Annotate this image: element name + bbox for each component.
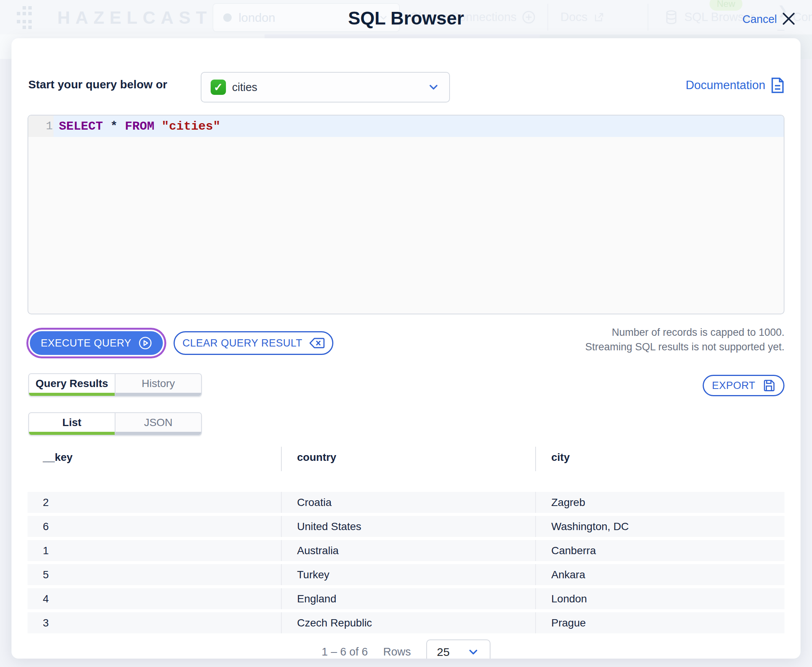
- save-floppy-icon: [762, 379, 775, 392]
- sql-browser-modal: Start your query below or cities Documen…: [12, 38, 800, 659]
- rows-per-page-select[interactable]: 25: [426, 639, 491, 659]
- document-icon: [770, 77, 785, 93]
- tab-history[interactable]: History: [115, 374, 201, 396]
- table-row: 4 England London: [28, 588, 784, 609]
- sql-token-operator: *: [110, 119, 124, 133]
- view-tabgroup: List JSON: [28, 412, 202, 436]
- tab-query-results[interactable]: Query Results: [29, 374, 115, 396]
- chevron-down-icon: [427, 81, 440, 94]
- execute-query-button[interactable]: EXECUTE QUERY: [30, 331, 163, 355]
- chevron-down-icon: [467, 645, 480, 659]
- tab-json[interactable]: JSON: [115, 413, 201, 435]
- column-header-key: __key: [28, 447, 281, 471]
- sql-editor[interactable]: 1 SELECT * FROM "cities": [28, 115, 784, 314]
- documentation-link[interactable]: Documentation: [686, 77, 785, 93]
- export-button[interactable]: EXPORT: [703, 375, 784, 396]
- table-row: 3 Czech Republic Prague: [28, 612, 784, 633]
- results-tabgroup: Query Results History: [28, 373, 202, 397]
- pagination: 1 – 6 of 6 Rows 25: [12, 639, 800, 659]
- sql-token-keyword: SELECT: [59, 119, 110, 133]
- sql-token-keyword: FROM: [125, 119, 162, 133]
- clear-backspace-icon: [309, 337, 325, 349]
- pagination-range: 1 – 6 of 6: [321, 645, 368, 659]
- column-header-country: country: [281, 447, 535, 471]
- query-bar-label: Start your query below or: [28, 78, 167, 91]
- map-select-dropdown[interactable]: cities: [201, 72, 450, 103]
- close-icon[interactable]: [781, 12, 796, 26]
- green-checkbox-icon: [210, 80, 226, 95]
- note-records-cap: Number of records is capped to 1000.: [585, 325, 784, 340]
- sql-query-line: SELECT * FROM "cities": [53, 116, 784, 137]
- table-row: 5 Turkey Ankara: [28, 564, 784, 585]
- results-table-body: 2 Croatia Zagreb 6 United States Washing…: [28, 492, 784, 636]
- rows-per-page-label: Rows: [383, 645, 411, 659]
- column-header-city: city: [535, 447, 784, 471]
- query-notes: Number of records is capped to 1000. Str…: [585, 325, 784, 354]
- play-circle-icon: [138, 336, 152, 350]
- table-row: 6 United States Washington, DC: [28, 516, 784, 537]
- map-select-value: cities: [232, 81, 421, 94]
- query-bar: Start your query below or cities Documen…: [12, 72, 800, 101]
- table-row: 2 Croatia Zagreb: [28, 492, 784, 513]
- page-title: SQL Browser: [0, 8, 812, 29]
- rows-per-page-value: 25: [437, 645, 449, 659]
- tab-list[interactable]: List: [29, 413, 115, 435]
- note-streaming: Streaming SQL results is not supported y…: [585, 340, 784, 354]
- clear-query-result-button[interactable]: CLEAR QUERY RESULT: [174, 331, 333, 355]
- table-row: 1 Australia Canberra: [28, 540, 784, 561]
- sql-token-string: "cities": [162, 119, 220, 133]
- results-table-header: __key country city: [28, 447, 784, 471]
- cancel-button[interactable]: Cancel: [742, 13, 777, 26]
